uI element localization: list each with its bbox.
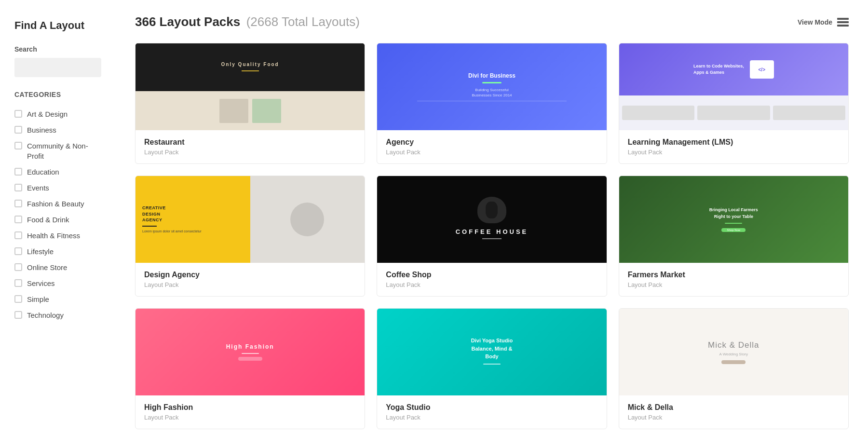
card-info-coffee-shop: Coffee Shop Layout Pack (377, 263, 606, 296)
sidebar-title: Find A Layout (14, 19, 101, 32)
card-image-lms: Learn to Code Websites,Apps & Games </> (619, 43, 848, 130)
card-type-design-agency: Layout Pack (144, 281, 356, 288)
card-title-farmers-market: Farmers Market (628, 271, 840, 279)
layouts-total: (2668 Total Layouts) (246, 14, 360, 29)
layout-card-yoga[interactable]: Divi Yoga StudioBalance, Mind &Body Yoga… (377, 308, 607, 429)
card-image-agency: Divi for Business Building SuccessfulBus… (377, 43, 606, 130)
layout-card-restaurant[interactable]: Only Quality Food Restaurant Layout Pack (135, 43, 365, 164)
view-mode-label: View Mode (798, 18, 832, 26)
layout-card-agency[interactable]: Divi for Business Building SuccessfulBus… (377, 43, 607, 164)
category-name-art-design: Art & Design (27, 109, 68, 119)
category-checkbox-food-drink[interactable] (14, 216, 22, 223)
category-name-fashion-beauty: Fashion & Beauty (27, 199, 84, 209)
layout-card-coffee-shop[interactable]: COFFEE HOUSE Coffee Shop Layout Pack (377, 176, 607, 297)
card-title-design-agency: Design Agency (144, 271, 356, 279)
card-image-fashion: High Fashion (136, 309, 365, 395)
search-input[interactable] (14, 58, 101, 77)
sidebar-item-health-fitness[interactable]: Health & Fitness (14, 228, 101, 244)
card-info-restaurant: Restaurant Layout Pack (136, 130, 365, 163)
search-label: Search (14, 45, 101, 53)
sidebar-item-fashion-beauty[interactable]: Fashion & Beauty (14, 196, 101, 212)
category-checkbox-education[interactable] (14, 168, 22, 176)
category-checkbox-events[interactable] (14, 184, 22, 191)
category-checkbox-simple[interactable] (14, 295, 22, 303)
sidebar-item-simple[interactable]: Simple (14, 291, 101, 307)
category-name-lifestyle: Lifestyle (27, 246, 54, 257)
category-name-health-fitness: Health & Fitness (27, 231, 80, 241)
category-checkbox-health-fitness[interactable] (14, 231, 22, 239)
card-title-wedding: Mick & Della (628, 403, 840, 412)
sidebar-item-art-design[interactable]: Art & Design (14, 106, 101, 122)
category-checkbox-fashion-beauty[interactable] (14, 200, 22, 207)
main-content: 366 Layout Packs (2668 Total Layouts) Vi… (116, 0, 868, 434)
card-info-agency: Agency Layout Pack (377, 130, 606, 163)
category-name-events: Events (27, 183, 49, 193)
main-header: 366 Layout Packs (2668 Total Layouts) Vi… (135, 14, 849, 29)
card-image-wedding: Mick & Della A Wedding Story (619, 309, 848, 395)
card-title-coffee-shop: Coffee Shop (386, 271, 597, 279)
category-name-community: Community & Non-Profit (27, 141, 101, 161)
categories-label: Categories (14, 91, 101, 98)
card-type-agency: Layout Pack (386, 149, 597, 156)
view-mode-button[interactable] (837, 18, 849, 27)
card-type-fashion: Layout Pack (144, 414, 356, 421)
card-image-design-agency: CreativeDesignAgency Lorem ipsum dolor s… (136, 176, 365, 263)
card-type-wedding: Layout Pack (628, 414, 840, 421)
card-info-wedding: Mick & Della Layout Pack (619, 395, 848, 429)
sidebar-item-food-drink[interactable]: Food & Drink (14, 212, 101, 228)
category-name-online-store: Online Store (27, 262, 67, 272)
sidebar: Find A Layout Search Categories Art & De… (0, 0, 116, 434)
category-checkbox-lifestyle[interactable] (14, 247, 22, 255)
card-title-lms: Learning Management (LMS) (628, 138, 840, 147)
sidebar-item-services[interactable]: Services (14, 275, 101, 291)
sidebar-item-events[interactable]: Events (14, 180, 101, 196)
category-name-simple: Simple (27, 294, 49, 304)
card-type-lms: Layout Pack (628, 149, 840, 156)
card-type-yoga: Layout Pack (386, 414, 597, 421)
sidebar-item-lifestyle[interactable]: Lifestyle (14, 244, 101, 259)
category-name-services: Services (27, 278, 55, 288)
card-type-coffee-shop: Layout Pack (386, 281, 597, 288)
sidebar-item-community[interactable]: Community & Non-Profit (14, 138, 101, 164)
card-type-farmers-market: Layout Pack (628, 281, 840, 288)
card-type-restaurant: Layout Pack (144, 149, 356, 156)
layout-card-lms[interactable]: Learn to Code Websites,Apps & Games </> … (619, 43, 849, 164)
categories-list: Art & Design Business Community & Non-Pr… (14, 106, 101, 323)
sidebar-item-education[interactable]: Education (14, 164, 101, 180)
category-name-technology: Technology (27, 310, 64, 320)
layout-card-fashion[interactable]: High Fashion High Fashion Layout Pack (135, 308, 365, 429)
card-image-yoga: Divi Yoga StudioBalance, Mind &Body (377, 309, 606, 395)
card-info-farmers-market: Farmers Market Layout Pack (619, 263, 848, 296)
sidebar-item-technology[interactable]: Technology (14, 307, 101, 323)
card-title-fashion: High Fashion (144, 403, 356, 412)
layout-card-design-agency[interactable]: CreativeDesignAgency Lorem ipsum dolor s… (135, 176, 365, 297)
card-title-yoga: Yoga Studio (386, 403, 597, 412)
sidebar-item-business[interactable]: Business (14, 122, 101, 138)
card-image-coffee: COFFEE HOUSE (377, 176, 606, 263)
layout-card-farmers-market[interactable]: Bringing Local FarmersRight to your Tabl… (619, 176, 849, 297)
card-info-fashion: High Fashion Layout Pack (136, 395, 365, 429)
layout-card-wedding[interactable]: Mick & Della A Wedding Story Mick & Dell… (619, 308, 849, 429)
category-checkbox-art-design[interactable] (14, 110, 22, 118)
card-info-yoga: Yoga Studio Layout Pack (377, 395, 606, 429)
category-checkbox-online-store[interactable] (14, 263, 22, 271)
category-checkbox-services[interactable] (14, 279, 22, 287)
category-checkbox-community[interactable] (14, 142, 22, 149)
app-container: Find A Layout Search Categories Art & De… (0, 0, 868, 434)
card-title-restaurant: Restaurant (144, 138, 356, 147)
layouts-count: 366 Layout Packs (135, 14, 240, 29)
card-image-farmers: Bringing Local FarmersRight to your Tabl… (619, 176, 848, 263)
card-info-lms: Learning Management (LMS) Layout Pack (619, 130, 848, 163)
layouts-count-area: 366 Layout Packs (2668 Total Layouts) (135, 14, 360, 29)
card-image-restaurant: Only Quality Food (136, 43, 365, 130)
category-name-food-drink: Food & Drink (27, 215, 69, 225)
card-title-agency: Agency (386, 138, 597, 147)
card-info-design-agency: Design Agency Layout Pack (136, 263, 365, 296)
category-checkbox-technology[interactable] (14, 311, 22, 319)
layouts-grid: Only Quality Food Restaurant Layout Pack… (135, 43, 849, 429)
category-name-education: Education (27, 167, 59, 177)
sidebar-item-online-store[interactable]: Online Store (14, 259, 101, 275)
view-mode-area: View Mode (798, 18, 849, 27)
category-name-business: Business (27, 125, 56, 135)
category-checkbox-business[interactable] (14, 126, 22, 134)
